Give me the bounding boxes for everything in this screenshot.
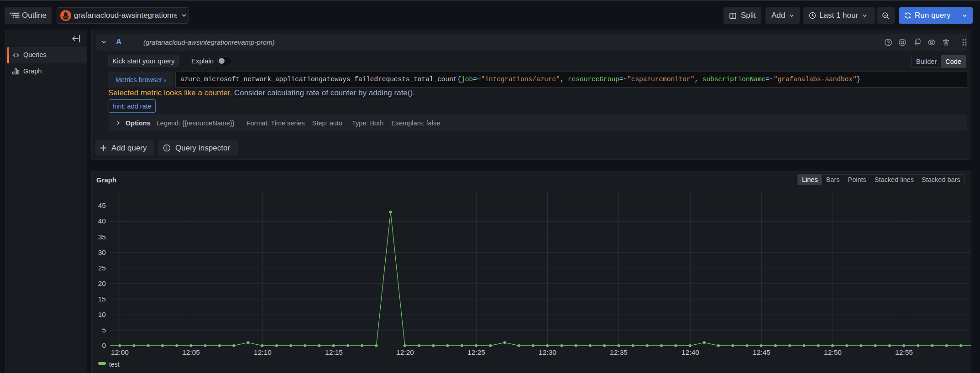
svg-text:10: 10 [98, 311, 106, 318]
svg-text:0: 0 [102, 342, 106, 349]
svg-text:5: 5 [102, 326, 106, 334]
svg-text:40: 40 [98, 217, 106, 225]
svg-text:15: 15 [98, 295, 106, 303]
svg-text:12:35: 12:35 [610, 348, 628, 356]
svg-text:12:10: 12:10 [254, 348, 272, 356]
svg-text:12:20: 12:20 [396, 348, 414, 356]
svg-text:12:50: 12:50 [824, 348, 842, 356]
svg-text:test: test [109, 361, 120, 368]
svg-text:45: 45 [98, 202, 106, 209]
svg-text:12:05: 12:05 [182, 348, 200, 356]
svg-text:12:25: 12:25 [467, 348, 485, 356]
svg-text:12:40: 12:40 [681, 348, 699, 356]
svg-text:35: 35 [98, 233, 106, 241]
svg-text:25: 25 [98, 264, 106, 272]
svg-text:12:15: 12:15 [325, 348, 343, 356]
svg-text:30: 30 [98, 249, 106, 256]
svg-text:12:55: 12:55 [895, 348, 913, 356]
svg-text:12:45: 12:45 [753, 348, 770, 356]
svg-text:12:30: 12:30 [539, 348, 556, 356]
svg-text:20: 20 [98, 280, 106, 287]
svg-text:12:00: 12:00 [111, 348, 129, 356]
